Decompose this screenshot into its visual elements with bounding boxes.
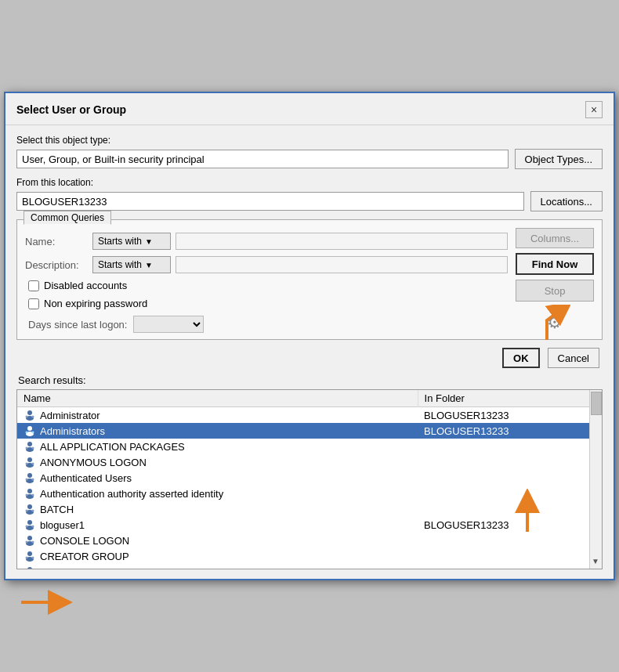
disabled-accounts-label: Disabled accounts [44,280,127,291]
row-folder-cell [418,454,601,470]
name-filter-select[interactable]: Starts with ▼ [92,233,171,250]
disabled-accounts-row: Disabled accounts [28,280,508,291]
ok-cancel-row: OK Cancel [16,348,603,368]
close-button[interactable]: × [585,101,603,118]
results-table-header: Name In Folder [17,390,602,407]
svg-point-38 [26,557,28,559]
description-query-row: Description: Starts with ▼ [25,256,508,273]
row-name-cell: ALL APPLICATION PACKAGES [17,439,418,454]
row-folder-cell [418,501,601,517]
days-since-select[interactable]: 30 60 90 [133,316,204,333]
queries-right-buttons: Columns... Find Now Stop ⚙ [516,226,594,333]
table-row[interactable]: ANONYMOUS LOGON [17,454,602,470]
scroll-down-arrow[interactable]: ▼ [589,555,602,567]
name-filter-arrow: ▼ [145,237,153,246]
row-folder-cell [418,439,601,454]
columns-button: Columns... [516,228,594,248]
table-row[interactable]: ALL APPLICATION PACKAGES [17,439,602,454]
svg-point-8 [27,442,32,446]
svg-point-26 [26,510,28,512]
user-icon [24,440,36,453]
description-filter-input[interactable] [176,256,508,273]
row-folder-cell [418,533,601,548]
row-name: Administrators [40,425,105,437]
svg-point-14 [26,463,28,465]
object-types-button[interactable]: Object Types... [515,149,603,169]
row-name: Authenticated Users [40,472,132,484]
common-queries-tab[interactable]: Common Queries [24,211,111,225]
scrollbar-track[interactable]: ▼ [589,390,602,569]
table-row[interactable]: AdministratorBLOGUSER13233 [17,407,602,424]
table-row[interactable]: bloguser1BLOGUSER13233 [17,517,602,533]
queries-left: Name: Starts with ▼ Description: Starts [25,226,508,333]
row-name-cell: Administrators [17,423,418,439]
scrollbar-thumb[interactable] [591,392,602,415]
svg-point-28 [27,520,32,525]
table-row[interactable]: BATCH [17,501,602,517]
table-row[interactable]: AdministratorsBLOGUSER13233 [17,423,602,439]
object-type-input[interactable] [16,150,509,168]
results-table: Name In Folder AdministratorBLOGUSER1323… [17,390,602,569]
results-tbody: AdministratorBLOGUSER13233 Administrator… [17,407,602,570]
queries-content: Name: Starts with ▼ Description: Starts [25,233,508,333]
non-expiring-label: Non expiring password [44,298,147,309]
cancel-button[interactable]: Cancel [548,348,599,368]
title-bar: Select User or Group × [5,93,614,125]
non-expiring-row: Non expiring password [28,298,508,309]
table-row[interactable]: CREATOR GROUP [17,548,602,564]
svg-point-10 [26,447,28,450]
queries-flex: Name: Starts with ▼ Description: Starts [25,226,594,333]
row-folder-cell: BLOGUSER13233 [418,517,601,533]
user-icon [24,565,36,569]
user-icon [24,409,36,421]
svg-point-15 [32,463,34,465]
table-row[interactable]: CREATOR OWNER [17,564,602,569]
name-query-label: Name: [25,236,88,247]
row-name: CREATOR OWNER [40,566,131,570]
find-now-button[interactable]: Find Now [516,253,594,275]
days-row: Days since last logon: 30 60 90 [28,316,508,333]
row-name-cell: CREATOR GROUP [17,548,418,564]
row-name: Authentication authority asserted identi… [40,488,223,500]
non-expiring-checkbox[interactable] [28,298,39,309]
row-name: ANONYMOUS LOGON [40,457,147,468]
row-name: Administrator [40,410,100,421]
svg-point-31 [32,526,34,528]
svg-point-24 [27,504,32,509]
name-filter-input[interactable] [176,233,508,250]
table-row[interactable]: Authenticated Users [17,470,602,486]
ok-button[interactable]: OK [502,348,540,368]
svg-point-18 [26,479,28,481]
search-results-label: Search results: [16,374,603,386]
user-icon [24,518,36,531]
dialog-title: Select User or Group [16,103,126,116]
svg-point-23 [32,494,34,497]
svg-point-19 [32,479,34,481]
user-icon [24,425,36,437]
row-name-cell: BATCH [17,501,418,517]
svg-point-35 [32,541,34,544]
name-filter-value: Starts with [98,236,142,247]
select-user-dialog: Select User or Group × Select this objec… [4,92,615,580]
row-folder-cell: BLOGUSER13233 [418,423,601,439]
row-name-cell: Administrator [17,407,418,424]
svg-point-34 [26,541,28,544]
col-folder: In Folder [418,390,601,407]
svg-point-40 [27,567,32,569]
object-type-label: Select this object type: [16,135,603,146]
user-icon [24,456,36,468]
table-row[interactable]: CONSOLE LOGON [17,533,602,548]
location-input[interactable] [16,192,524,211]
administrators-arrow [13,587,76,618]
row-folder-cell [418,548,601,564]
gear-area: ⚙ [516,313,594,333]
disabled-accounts-checkbox[interactable] [28,280,39,291]
description-filter-select[interactable]: Starts with ▼ [92,256,171,273]
user-icon [24,487,36,500]
stop-button: Stop [516,280,594,302]
row-folder-cell [418,470,601,486]
svg-point-7 [32,432,34,434]
table-row[interactable]: Authentication authority asserted identi… [17,486,602,501]
locations-button[interactable]: Locations... [530,191,603,211]
svg-point-32 [27,536,32,540]
